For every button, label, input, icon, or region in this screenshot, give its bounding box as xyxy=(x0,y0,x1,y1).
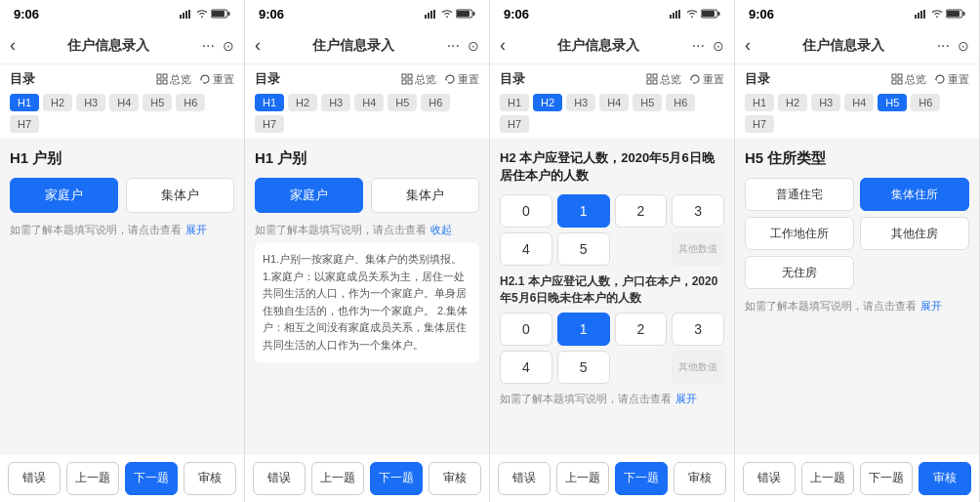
action-btn-下一题[interactable]: 下一题 xyxy=(615,462,668,495)
toc-pill-h7[interactable]: H7 xyxy=(10,115,39,133)
more-button[interactable]: ··· xyxy=(202,37,215,55)
toc-reset-btn[interactable]: 重置 xyxy=(199,72,234,87)
toc-overview-btn[interactable]: 总览 xyxy=(646,72,681,87)
action-btn-下一题[interactable]: 下一题 xyxy=(860,462,913,495)
toc-pill-h1[interactable]: H1 xyxy=(10,94,39,111)
toc-pill-h7[interactable]: H7 xyxy=(745,115,774,133)
option-btn-集体户[interactable]: 集体户 xyxy=(371,178,479,213)
expand-toggle[interactable]: 展开 xyxy=(920,299,942,314)
overview-icon xyxy=(646,73,658,85)
action-btn-错误[interactable]: 错误 xyxy=(253,462,306,495)
target-icon[interactable]: ⊙ xyxy=(468,38,479,54)
toc-pill-h2[interactable]: H2 xyxy=(533,94,562,111)
action-btn-下一题[interactable]: 下一题 xyxy=(370,462,423,495)
more-button[interactable]: ··· xyxy=(447,37,460,55)
target-icon[interactable]: ⊙ xyxy=(713,38,724,54)
target-icon[interactable]: ⊙ xyxy=(958,38,969,54)
more-button[interactable]: ··· xyxy=(692,37,705,55)
action-btn-错误[interactable]: 错误 xyxy=(743,462,796,495)
action-btn-上一题[interactable]: 上一题 xyxy=(66,462,119,495)
toc-pill-h5[interactable]: H5 xyxy=(388,94,417,111)
number-cell-4[interactable]: 4 xyxy=(500,232,552,266)
toc-pill-h6[interactable]: H6 xyxy=(176,94,205,111)
housing-option-0[interactable]: 普通住宅 xyxy=(745,178,854,211)
number-cell-4[interactable]: 4 xyxy=(500,351,552,384)
number-cell-5[interactable]: 5 xyxy=(557,351,610,384)
wifi-icon xyxy=(196,10,208,18)
toc-pill-h4[interactable]: H4 xyxy=(109,94,139,111)
toc-overview-btn[interactable]: 总览 xyxy=(401,72,436,87)
number-cell-1[interactable]: 1 xyxy=(557,194,610,228)
action-btn-审核[interactable]: 审核 xyxy=(429,462,481,495)
toc-overview-btn[interactable]: 总览 xyxy=(156,72,191,87)
toc-pill-h1[interactable]: H1 xyxy=(500,94,529,111)
toc-pill-h5[interactable]: H5 xyxy=(143,94,172,111)
back-button[interactable]: ‹ xyxy=(500,35,506,56)
toc-pill-h1[interactable]: H1 xyxy=(255,94,284,111)
toc-pill-h3[interactable]: H3 xyxy=(321,94,350,111)
svg-rect-5 xyxy=(228,12,230,16)
toc-pill-h2[interactable]: H2 xyxy=(43,94,72,111)
number-cell-2[interactable]: 2 xyxy=(615,313,668,346)
toc-pill-h2[interactable]: H2 xyxy=(288,94,317,111)
action-btn-审核[interactable]: 审核 xyxy=(184,462,236,495)
toc-pill-h4[interactable]: H4 xyxy=(599,94,629,111)
housing-option-3[interactable]: 其他住房 xyxy=(860,217,969,250)
overview-icon xyxy=(401,73,413,85)
option-btn-家庭户[interactable]: 家庭户 xyxy=(255,178,363,213)
action-btn-审核[interactable]: 审核 xyxy=(919,462,971,495)
action-btn-错误[interactable]: 错误 xyxy=(8,462,61,495)
action-btn-上一题[interactable]: 上一题 xyxy=(311,462,364,495)
toc-pill-h7[interactable]: H7 xyxy=(255,115,284,133)
option-btn-集体户[interactable]: 集体户 xyxy=(126,178,234,213)
number-cell-0[interactable]: 0 xyxy=(500,313,552,346)
number-cell-0[interactable]: 0 xyxy=(500,194,552,228)
number-grid: 012345其他数值 xyxy=(500,194,724,266)
toc-reset-btn[interactable]: 重置 xyxy=(934,72,969,87)
svg-rect-25 xyxy=(678,10,680,19)
battery-icon xyxy=(701,9,720,19)
action-btn-下一题[interactable]: 下一题 xyxy=(125,462,178,495)
housing-option-4[interactable]: 无住房 xyxy=(745,256,854,289)
action-btn-上一题[interactable]: 上一题 xyxy=(801,462,854,495)
toc-pill-h1[interactable]: H1 xyxy=(745,94,774,111)
back-button[interactable]: ‹ xyxy=(10,35,16,56)
more-button[interactable]: ··· xyxy=(937,37,950,55)
back-button[interactable]: ‹ xyxy=(255,35,261,56)
toc-pill-h5[interactable]: H5 xyxy=(633,94,662,111)
expand-toggle[interactable]: 收起 xyxy=(430,223,452,237)
toc-pill-h6[interactable]: H6 xyxy=(421,94,450,111)
toc-pill-h5[interactable]: H5 xyxy=(878,94,907,111)
back-button[interactable]: ‹ xyxy=(745,35,751,56)
toc-pill-h7[interactable]: H7 xyxy=(500,115,529,133)
number-cell-3[interactable]: 3 xyxy=(672,313,724,346)
action-btn-审核[interactable]: 审核 xyxy=(674,462,726,495)
toc-pill-h3[interactable]: H3 xyxy=(76,94,105,111)
toc-pill-h2[interactable]: H2 xyxy=(778,94,807,111)
number-cell-2[interactable]: 2 xyxy=(615,194,668,228)
expand-toggle[interactable]: 展开 xyxy=(185,223,207,237)
housing-option-1[interactable]: 集体住所 xyxy=(860,178,969,211)
action-btn-错误[interactable]: 错误 xyxy=(498,462,551,495)
toc-overview-btn[interactable]: 总览 xyxy=(891,72,926,87)
svg-rect-41 xyxy=(898,74,902,78)
target-icon[interactable]: ⊙ xyxy=(223,38,234,54)
toc-pill-h6[interactable]: H6 xyxy=(666,94,695,111)
toc-pill-h3[interactable]: H3 xyxy=(566,94,595,111)
toc-pill-h3[interactable]: H3 xyxy=(811,94,840,111)
number-cell-3[interactable]: 3 xyxy=(672,194,724,228)
action-btn-上一题[interactable]: 上一题 xyxy=(556,462,609,495)
toc-bar: 目录 总览 重置 H1H2H3H4H5H6H7 xyxy=(0,64,244,140)
housing-option-2[interactable]: 工作地住所 xyxy=(745,217,854,250)
nav-actions: ··· ⊙ xyxy=(692,37,724,55)
toc-reset-btn[interactable]: 重置 xyxy=(444,72,479,87)
toc-pill-h4[interactable]: H4 xyxy=(844,94,874,111)
svg-rect-30 xyxy=(653,74,657,78)
expand-toggle[interactable]: 展开 xyxy=(675,392,697,406)
toc-pill-h6[interactable]: H6 xyxy=(911,94,940,111)
option-btn-家庭户[interactable]: 家庭户 xyxy=(10,178,118,213)
number-cell-1[interactable]: 1 xyxy=(557,313,610,346)
toc-reset-btn[interactable]: 重置 xyxy=(689,72,724,87)
toc-pill-h4[interactable]: H4 xyxy=(354,94,384,111)
number-cell-5[interactable]: 5 xyxy=(557,232,610,266)
